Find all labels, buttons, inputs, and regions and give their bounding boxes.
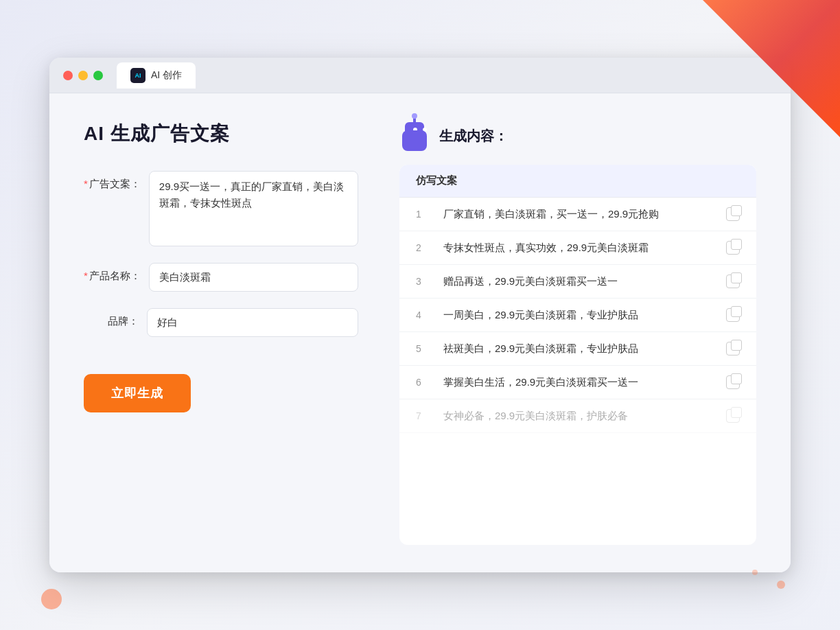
decorative-dot-2 bbox=[752, 570, 758, 575]
product-name-label: *产品名称： bbox=[84, 263, 141, 283]
ai-tab-icon bbox=[130, 68, 145, 83]
product-name-input[interactable] bbox=[149, 263, 358, 292]
result-row: 7女神必备，29.9元美白淡斑霜，护肤必备 bbox=[399, 399, 756, 433]
brand-label: 品牌： bbox=[84, 308, 139, 328]
browser-tab[interactable]: AI 创作 bbox=[117, 62, 196, 89]
result-number: 1 bbox=[416, 209, 432, 220]
browser-titlebar: AI 创作 bbox=[49, 58, 791, 93]
result-text: 厂家直销，美白淡斑霜，买一送一，29.9元抢购 bbox=[443, 208, 715, 221]
results-list: 1厂家直销，美白淡斑霜，买一送一，29.9元抢购2专抹女性斑点，真实功效，29.… bbox=[399, 198, 756, 433]
result-text: 女神必备，29.9元美白淡斑霜，护肤必备 bbox=[443, 410, 715, 423]
copy-icon[interactable] bbox=[726, 342, 740, 355]
page-title: AI 生成广告文案 bbox=[84, 121, 358, 147]
product-name-required: * bbox=[84, 270, 88, 281]
copy-icon[interactable] bbox=[726, 375, 740, 389]
result-number: 5 bbox=[416, 343, 432, 354]
result-row: 6掌握美白生活，29.9元美白淡斑霜买一送一 bbox=[399, 366, 756, 399]
result-number: 2 bbox=[416, 242, 432, 253]
product-name-field-group: *产品名称： bbox=[84, 263, 358, 292]
brand-field-group: 品牌： bbox=[84, 308, 358, 337]
results-header: 仿写文案 bbox=[399, 165, 756, 198]
result-row: 1厂家直销，美白淡斑霜，买一送一，29.9元抢购 bbox=[399, 198, 756, 231]
ad-copy-label: *广告文案： bbox=[84, 171, 141, 191]
ad-copy-input[interactable] bbox=[149, 171, 358, 246]
robot-body bbox=[402, 130, 427, 151]
browser-window: AI 创作 AI 生成广告文案 *广告文案： *产品名称： bbox=[49, 58, 791, 572]
result-text: 专抹女性斑点，真实功效，29.9元美白淡斑霜 bbox=[443, 242, 715, 255]
result-row: 2专抹女性斑点，真实功效，29.9元美白淡斑霜 bbox=[399, 231, 756, 265]
copy-icon[interactable] bbox=[726, 275, 740, 288]
brand-input[interactable] bbox=[147, 308, 358, 337]
result-number: 3 bbox=[416, 276, 432, 287]
left-panel: AI 生成广告文案 *广告文案： *产品名称： 品牌： 立 bbox=[84, 121, 358, 545]
result-text: 掌握美白生活，29.9元美白淡斑霜买一送一 bbox=[443, 376, 715, 389]
result-text: 祛斑美白，29.9元美白淡斑霜，专业护肤品 bbox=[443, 342, 715, 355]
result-number: 6 bbox=[416, 377, 432, 388]
copy-icon[interactable] bbox=[726, 207, 740, 221]
right-header: 生成内容： bbox=[399, 121, 756, 151]
traffic-light-red[interactable] bbox=[63, 71, 73, 80]
traffic-light-yellow[interactable] bbox=[78, 71, 88, 80]
result-row: 4一周美白，29.9元美白淡斑霜，专业护肤品 bbox=[399, 299, 756, 332]
browser-content: AI 生成广告文案 *广告文案： *产品名称： 品牌： 立 bbox=[49, 93, 791, 572]
robot-icon bbox=[399, 121, 430, 151]
result-text: 一周美白，29.9元美白淡斑霜，专业护肤品 bbox=[443, 309, 715, 322]
traffic-lights bbox=[63, 71, 103, 80]
results-container: 仿写文案 1厂家直销，美白淡斑霜，买一送一，29.9元抢购2专抹女性斑点，真实功… bbox=[399, 165, 756, 545]
tab-label: AI 创作 bbox=[151, 69, 182, 82]
traffic-light-green[interactable] bbox=[93, 71, 103, 80]
result-number: 4 bbox=[416, 310, 432, 320]
result-row: 3赠品再送，29.9元美白淡斑霜买一送一 bbox=[399, 265, 756, 299]
decorative-dot-1 bbox=[777, 581, 785, 589]
result-row: 5祛斑美白，29.9元美白淡斑霜，专业护肤品 bbox=[399, 332, 756, 366]
ad-copy-required: * bbox=[84, 178, 88, 189]
ad-copy-field-group: *广告文案： bbox=[84, 171, 358, 246]
result-text: 赠品再送，29.9元美白淡斑霜买一送一 bbox=[443, 275, 715, 288]
right-panel: 生成内容： 仿写文案 1厂家直销，美白淡斑霜，买一送一，29.9元抢购2专抹女性… bbox=[399, 121, 756, 545]
copy-icon[interactable] bbox=[726, 409, 740, 423]
generate-button[interactable]: 立即生成 bbox=[84, 374, 191, 412]
result-number: 7 bbox=[416, 410, 432, 421]
section-title: 生成内容： bbox=[439, 127, 508, 145]
copy-icon[interactable] bbox=[726, 308, 740, 322]
copy-icon[interactable] bbox=[726, 241, 740, 255]
